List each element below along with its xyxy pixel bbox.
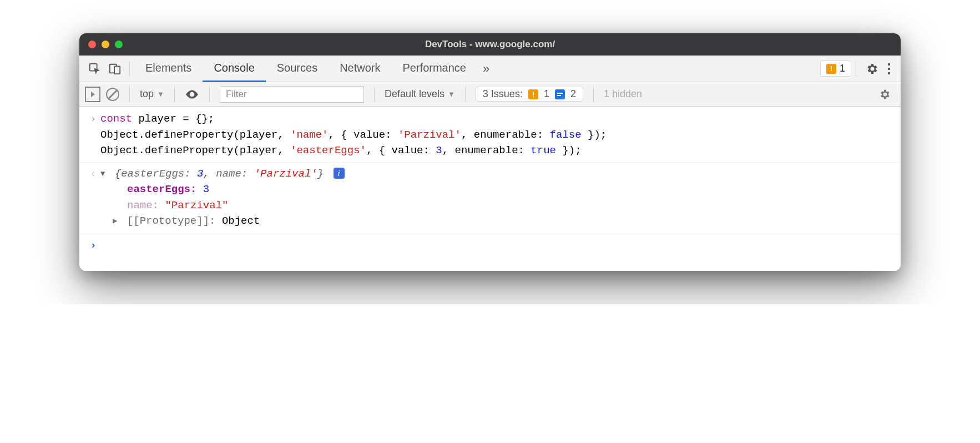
console-prompt-row[interactable]: › <box>79 234 901 255</box>
console-toolbar: top ▼ Default levels ▼ 3 Issues: ! 1 2 1… <box>79 82 901 107</box>
chevron-down-icon: ▼ <box>157 90 164 98</box>
separator <box>465 87 466 102</box>
separator <box>593 87 594 102</box>
svg-point-3 <box>888 63 891 66</box>
warning-icon: ! <box>528 89 538 99</box>
info-icon <box>555 89 565 99</box>
object-info-icon[interactable]: i <box>334 168 345 179</box>
inspect-element-icon[interactable] <box>85 56 105 82</box>
object-summary-row[interactable]: ▼ {easterEggs: 3, name: 'Parzival'} i <box>100 166 894 182</box>
filter-input[interactable] <box>220 86 364 103</box>
tab-elements[interactable]: Elements <box>134 56 203 82</box>
code-block: const player = {}; Object.defineProperty… <box>100 111 894 159</box>
separator <box>209 87 210 102</box>
svg-point-5 <box>888 72 891 74</box>
object-inline-preview: {easterEggs: 3, name: 'Parzival'} <box>115 168 330 180</box>
fullscreen-window-button[interactable] <box>115 41 123 48</box>
separator <box>856 61 856 77</box>
kebab-menu-icon[interactable] <box>883 63 895 75</box>
devtools-window: DevTools - www.google.com/ Elements Cons… <box>79 33 901 271</box>
device-toolbar-icon[interactable] <box>105 56 125 82</box>
toggle-sidebar-icon[interactable] <box>85 87 100 102</box>
svg-point-4 <box>888 67 891 70</box>
console-settings-gear-icon[interactable] <box>874 88 895 100</box>
traffic-lights <box>88 41 123 48</box>
clear-console-icon[interactable] <box>106 88 119 101</box>
input-prompt-icon: › <box>86 111 100 127</box>
tab-sources[interactable]: Sources <box>266 56 329 82</box>
tab-console[interactable]: Console <box>203 56 265 82</box>
window-title: DevTools - www.google.com/ <box>79 39 901 50</box>
object-property-row[interactable]: easterEggs: 3 <box>100 182 894 198</box>
context-dropdown[interactable]: top ▼ <box>140 88 164 100</box>
output-prompt-icon: ‹ <box>86 166 100 182</box>
chevron-down-icon: ▼ <box>448 90 455 98</box>
issues-summary[interactable]: 3 Issues: ! 1 2 <box>476 87 583 102</box>
tab-performance[interactable]: Performance <box>392 56 478 82</box>
object-property-row[interactable]: name: "Parzival" <box>100 198 894 214</box>
tab-network[interactable]: Network <box>329 56 391 82</box>
input-prompt-icon: › <box>86 238 100 254</box>
console-input-entry: › const player = {}; Object.defineProper… <box>79 110 901 163</box>
more-tabs-button[interactable]: » <box>477 62 495 76</box>
minimize-window-button[interactable] <box>102 41 109 48</box>
warning-icon: ! <box>826 64 836 74</box>
titlebar: DevTools - www.google.com/ <box>79 33 901 56</box>
issues-badge-count: 1 <box>840 63 845 74</box>
prototype-row[interactable]: ▶ [[Prototype]]: Object <box>100 213 894 229</box>
close-window-button[interactable] <box>88 41 96 48</box>
expand-toggle-icon[interactable]: ▶ <box>113 215 117 227</box>
separator <box>129 61 130 77</box>
hidden-messages-count[interactable]: 1 hidden <box>604 88 642 100</box>
log-levels-dropdown[interactable]: Default levels ▼ <box>385 88 455 100</box>
live-expression-eye-icon[interactable] <box>185 87 199 102</box>
expand-toggle-icon[interactable]: ▼ <box>100 168 105 180</box>
issues-badge[interactable]: ! 1 <box>820 61 851 77</box>
separator <box>129 87 130 102</box>
main-tabbar: Elements Console Sources Network Perform… <box>79 56 901 82</box>
settings-gear-icon[interactable] <box>861 62 883 75</box>
console-result-entry: ‹ ▼ {easterEggs: 3, name: 'Parzival'} i … <box>79 165 901 230</box>
separator <box>374 87 375 102</box>
console-output: › const player = {}; Object.defineProper… <box>79 107 901 271</box>
svg-rect-2 <box>114 66 120 74</box>
separator <box>174 87 175 102</box>
